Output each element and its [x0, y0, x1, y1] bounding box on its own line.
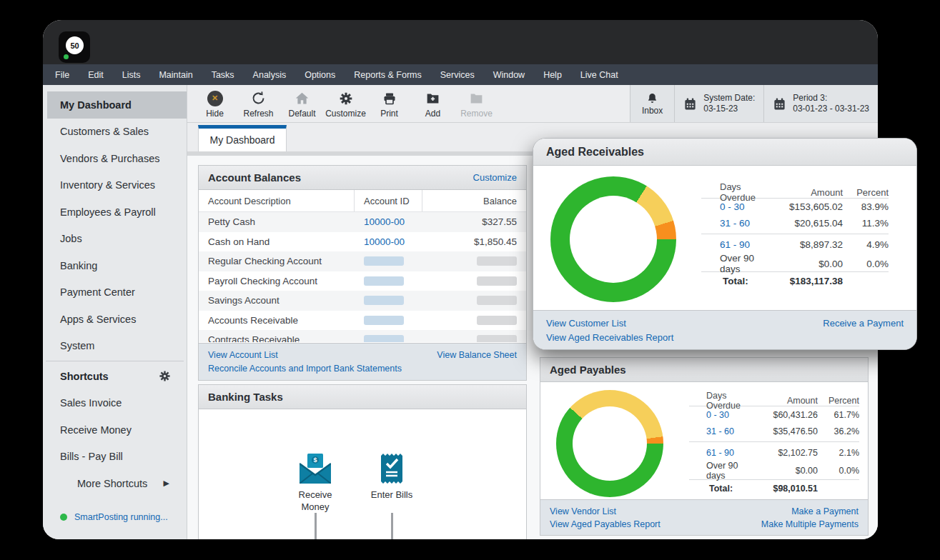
view-vendor-list-link[interactable]: View Vendor List [550, 505, 616, 518]
legend-percent: 83.9% [843, 201, 889, 212]
menu-edit[interactable]: Edit [88, 70, 104, 80]
sage50-app-icon: 50 [59, 31, 90, 63]
system-date-value: 03-15-23 [703, 104, 755, 114]
menu-tasks[interactable]: Tasks [212, 70, 234, 80]
menu-file[interactable]: File [55, 70, 69, 80]
account-balance: $1,850.45 [422, 232, 526, 252]
make-a-payment-link[interactable]: Make a Payment [791, 505, 859, 518]
tab-my-dashboard[interactable]: My Dashboard [198, 125, 287, 151]
sidebar-item-vendors-purchases[interactable]: Vendors & Purchases [43, 145, 187, 172]
account-balances-footer: View Account List View Balance Sheet Rec… [199, 343, 526, 380]
legend-divider [689, 441, 859, 442]
flow-arrow-down [310, 513, 320, 539]
menu-reports-forms[interactable]: Reports & Forms [354, 70, 421, 80]
account-balance: $327.55 [422, 212, 526, 232]
default-button[interactable]: Default [280, 85, 324, 123]
menu-analysis[interactable]: Analysis [253, 70, 287, 80]
shortcut-sales-invoice[interactable]: Sales Invoice [43, 390, 187, 417]
legend-col-amount: Amount [763, 187, 843, 198]
legend-percent: 2.1% [818, 448, 859, 458]
shortcut-bills-pay-bill[interactable]: Bills - Pay Bill [43, 444, 187, 471]
period-section[interactable]: Period 3: 03-01-23 - 03-31-23 [763, 85, 878, 122]
aged-payables-panel: Aged Payables Days Overdue Amount Percen… [540, 357, 869, 536]
flow-arrow-down [387, 513, 397, 539]
menu-help[interactable]: Help [543, 70, 562, 80]
more-shortcuts-button[interactable]: More Shortcuts ▶ [43, 470, 187, 497]
account-description: Payroll Checking Account [199, 271, 355, 291]
range-link[interactable]: 61 - 90 [720, 239, 763, 250]
range-link[interactable]: 0 - 30 [706, 410, 746, 420]
range-link[interactable]: 31 - 60 [706, 426, 746, 436]
shortcut-receive-money[interactable]: Receive Money [43, 416, 187, 444]
legend-col-percent: Percent [818, 396, 859, 406]
customize-button[interactable]: Customize [324, 85, 367, 123]
menu-lists[interactable]: Lists [122, 70, 141, 80]
menu-services[interactable]: Services [440, 70, 475, 80]
sidebar-item-inventory-services[interactable]: Inventory & Services [43, 172, 187, 199]
print-button[interactable]: Print [367, 85, 411, 123]
view-aged-receivables-report-link[interactable]: View Aged Receivables Report [546, 331, 673, 345]
col-account-description: Account Description [199, 190, 355, 211]
donut-hole [573, 406, 647, 481]
make-multiple-payments-link[interactable]: Make Multiple Payments [761, 518, 859, 531]
smartposting-status[interactable]: SmartPosting running... [60, 512, 168, 522]
receive-money-task[interactable]: $ Receive Money [276, 454, 355, 513]
account-id-link[interactable]: 10000-00 [355, 232, 422, 252]
reconcile-accounts-link[interactable]: Reconcile Accounts and Import Bank State… [208, 362, 402, 376]
range-link[interactable]: 0 - 30 [720, 201, 763, 212]
range-link[interactable]: 61 - 90 [706, 448, 746, 458]
customize-link[interactable]: Customize [473, 172, 517, 183]
table-row: Accounts Receivable [199, 311, 526, 331]
total-label: Total: [720, 276, 763, 286]
table-row: Contracts Receivable [199, 330, 526, 342]
sidebar-item-jobs[interactable]: Jobs [43, 226, 187, 253]
view-balance-sheet-link[interactable]: View Balance Sheet [437, 349, 517, 362]
view-aged-payables-report-link[interactable]: View Aged Payables Report [550, 518, 661, 531]
add-button[interactable]: Add [411, 85, 455, 123]
account-balances-rows: Petty Cash 10000-00 $327.55 Cash on Hand… [199, 211, 526, 342]
refresh-button[interactable]: Refresh [237, 85, 280, 123]
receive-a-payment-link[interactable]: Receive a Payment [823, 316, 904, 331]
table-row: Regular Checking Account [199, 251, 526, 271]
hidden-value-placeholder [364, 276, 404, 286]
sidebar-item-payment-center[interactable]: Payment Center [43, 279, 187, 306]
sidebar-item-employees-payroll[interactable]: Employees & Payroll [43, 199, 187, 226]
aged-receivables-header: Aged Receivables [533, 139, 916, 166]
refresh-label: Refresh [243, 109, 273, 119]
hidden-value-placeholder [477, 316, 517, 325]
sidebar-item-apps-services[interactable]: Apps & Services [43, 306, 187, 333]
folder-plus-icon [425, 90, 440, 107]
sidebar-item-system[interactable]: System [43, 333, 187, 360]
sidebar-item-my-dashboard[interactable]: My Dashboard [47, 91, 187, 119]
inbox-button[interactable]: Inbox [630, 85, 674, 122]
print-label: Print [380, 109, 398, 119]
menu-window[interactable]: Window [493, 70, 525, 80]
system-date-section[interactable]: System Date: 03-15-23 [674, 85, 763, 122]
aged-payables-title: Aged Payables [550, 364, 626, 376]
account-id-link[interactable]: 10000-00 [355, 212, 422, 232]
enter-bills-task[interactable]: Enter Bills [352, 454, 431, 501]
sidebar-item-banking[interactable]: Banking [43, 252, 187, 279]
table-row: Petty Cash 10000-00 $327.55 [199, 212, 526, 232]
aged-payables-footer: View Vendor List Make a Payment View Age… [540, 499, 868, 535]
customize-label: Customize [325, 109, 366, 119]
legend-row: 31 - 60 $35,476.50 36.2% [689, 423, 859, 439]
sidebar-item-customers-sales[interactable]: Customers & Sales [43, 119, 187, 146]
gear-icon[interactable] [159, 370, 171, 382]
legend-row: 61 - 90 $8,897.32 4.9% [701, 236, 889, 253]
menu-live-chat[interactable]: Live Chat [580, 70, 618, 80]
legend-amount: $0.00 [763, 259, 843, 269]
legend-row: Over 90 days $0.00 0.0% [701, 253, 889, 269]
col-account-id: Account ID [355, 190, 422, 211]
legend-col-amount: Amount [746, 396, 818, 406]
menu-options[interactable]: Options [305, 70, 335, 80]
smartposting-label: SmartPosting running... [74, 512, 168, 522]
toolbar-right: Inbox System Date: 03-15-23 [630, 85, 878, 122]
hide-button[interactable]: ✕ Hide [193, 85, 237, 123]
range-link[interactable]: 31 - 60 [720, 218, 763, 229]
view-customer-list-link[interactable]: View Customer List [546, 316, 626, 331]
account-balances-panel: Account Balances Customize Account Descr… [198, 165, 527, 381]
menu-maintain[interactable]: Maintain [159, 70, 192, 80]
legend-amount: $153,605.02 [763, 201, 843, 212]
view-account-list-link[interactable]: View Account List [208, 349, 278, 362]
